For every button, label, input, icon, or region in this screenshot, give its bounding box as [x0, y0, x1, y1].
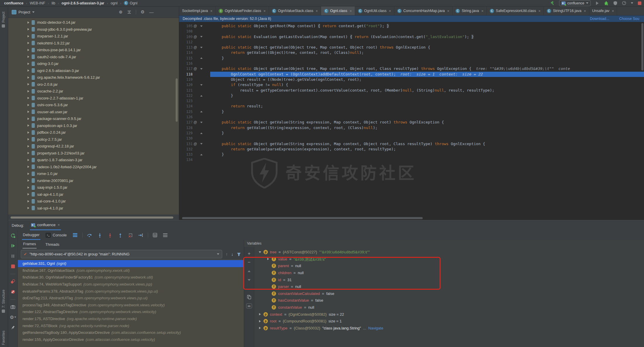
- variable-row[interactable]: fparser = null: [254, 283, 644, 290]
- pause-icon[interactable]: [10, 253, 16, 259]
- step-over-icon[interactable]: [86, 232, 93, 238]
- settings-gear-icon[interactable]: ⚙: [141, 9, 145, 15]
- stack-frame-row[interactable]: findValue:74, WebWorkTagSupport(com.open…: [18, 281, 244, 288]
- code-line[interactable]: 132 return getValue(parseExpression(expr…: [179, 147, 644, 152]
- fold-up-icon[interactable]: [200, 154, 203, 155]
- chevron-down-icon[interactable]: [258, 251, 261, 253]
- fold-down-icon[interactable]: [200, 68, 203, 70]
- chevron-right-icon[interactable]: [258, 320, 261, 322]
- thread-selector[interactable]: ✓ "http-nio-8090-exec-4"@50,042 in group…: [21, 250, 222, 258]
- evaluate-expression-icon[interactable]: [152, 232, 158, 238]
- stack-frame-row[interactable]: render:175, ASTDirective(org.apache.velo…: [18, 315, 244, 322]
- breadcrumb-item[interactable]: COgnl: [124, 1, 137, 5]
- layout-settings-icon[interactable]: [162, 232, 169, 238]
- chevron-right-icon[interactable]: [28, 111, 29, 113]
- force-step-into-icon[interactable]: [107, 232, 113, 238]
- debug-settings-icon[interactable]: ⚙: [10, 314, 16, 320]
- chevron-right-icon[interactable]: [28, 131, 29, 134]
- chevron-right-icon[interactable]: [28, 63, 29, 65]
- stack-frame-row[interactable]: getRenderedTagBody:180, ApplyDecoratorDi…: [18, 329, 244, 336]
- code-line[interactable]: 125 }: [179, 109, 644, 114]
- code-line[interactable]: 117@ public static Object getValue(Objec…: [179, 66, 644, 71]
- tree-item[interactable]: odmg-3.0.jar: [8, 60, 179, 67]
- add-watch-icon[interactable]: +: [244, 249, 254, 258]
- editor-tab[interactable]: IOgnlValueFinder.class×: [216, 6, 269, 15]
- fold-marker[interactable]: [198, 68, 205, 70]
- chevron-right-icon[interactable]: [28, 42, 29, 44]
- run-to-cursor-icon[interactable]: [138, 232, 144, 238]
- chevron-right-icon[interactable]: [28, 207, 29, 209]
- chevron-right-icon[interactable]: [28, 193, 29, 195]
- fold-up-icon[interactable]: [200, 95, 203, 97]
- tree-item[interactable]: org.apache.felix.framework-5.6.12.jar: [8, 74, 179, 81]
- code-line[interactable]: 122 }: [179, 93, 644, 98]
- code-line[interactable]: 128 return getValue((String)expression, …: [179, 125, 644, 130]
- watches-toggle-icon[interactable]: ∞: [244, 301, 254, 310]
- tree-item[interactable]: quartz-1.8.7-atlassian-3.jar: [8, 157, 179, 164]
- chevron-right-icon[interactable]: [28, 76, 29, 79]
- fold-marker[interactable]: [198, 111, 205, 112]
- project-title[interactable]: Project: [18, 10, 30, 14]
- project-horizontal-scrollbar[interactable]: [11, 217, 173, 219]
- editor-tab[interactable]: COgnlUtil.class×: [355, 6, 394, 15]
- fold-marker[interactable]: [198, 84, 205, 86]
- code-line[interactable]: 109@ public static Evaluation getLastEva…: [179, 34, 644, 39]
- debug-session-tab[interactable]: confluence ×: [30, 220, 61, 230]
- code-line[interactable]: 120 if (resultType != null) {: [179, 82, 644, 87]
- tree-item[interactable]: policy-2.7.5.jar: [8, 136, 179, 143]
- profiler-chevron-icon[interactable]: [631, 2, 633, 4]
- fold-down-icon[interactable]: [200, 47, 203, 48]
- thread-dump-icon[interactable]: [10, 304, 16, 310]
- tree-item[interactable]: oscache-2.2.jar: [8, 88, 179, 95]
- sidebar-item-favorites[interactable]: Favorites: [1, 331, 6, 345]
- remove-watch-icon[interactable]: −: [244, 258, 254, 267]
- profiler-icon[interactable]: [622, 1, 627, 6]
- editor-tab[interactable]: Unsafe.jav×: [589, 6, 617, 15]
- code-line[interactable]: 123: [179, 98, 644, 104]
- tree-item[interactable]: sal-core-4.1.0.jar: [8, 198, 179, 205]
- tree-item[interactable]: modz-detector-0.14.jar: [8, 19, 179, 26]
- tree-item[interactable]: oshi-core-5.3.6.jar: [8, 102, 179, 109]
- resume-icon[interactable]: [10, 243, 16, 249]
- tab-debugger[interactable]: Debugger: [22, 230, 40, 240]
- code-line-current[interactable]: 118 OgnlContext ognlContext = (OgnlConte…: [179, 72, 644, 77]
- chevron-right-icon[interactable]: [267, 258, 270, 260]
- chevron-right-icon[interactable]: [28, 179, 29, 182]
- breadcrumb-item[interactable]: lib: [52, 1, 55, 5]
- tab-threads[interactable]: Threads: [45, 240, 60, 249]
- tree-item[interactable]: oauth2-oidc-sdk-7.4.jar: [8, 54, 179, 61]
- editor-tab[interactable]: CStringUTF16.java×: [544, 6, 589, 15]
- close-icon[interactable]: ×: [538, 9, 541, 13]
- close-icon[interactable]: ×: [447, 9, 450, 13]
- variable-row[interactable]: fhasConstantValue = false: [254, 297, 644, 304]
- fold-down-icon[interactable]: [200, 143, 203, 145]
- tree-item[interactable]: oscore-2.2.7-atlassian-1.jar: [8, 95, 179, 102]
- code-line[interactable]: 127@ public static Object getValue(Strin…: [179, 120, 644, 125]
- fold-marker[interactable]: [198, 25, 205, 27]
- download-sources-link[interactable]: Download...: [590, 17, 609, 21]
- tab-console[interactable]: ›_ Console: [45, 230, 68, 240]
- code-line[interactable]: 119 Object result = ((Node)tree).getValu…: [179, 77, 644, 82]
- close-icon[interactable]: ×: [481, 9, 484, 13]
- scroll-up-icon[interactable]: [244, 267, 254, 276]
- fold-marker[interactable]: [198, 133, 205, 134]
- fold-marker[interactable]: [198, 95, 205, 97]
- tree-item[interactable]: rome-1.0.jar: [8, 170, 179, 177]
- close-icon[interactable]: ×: [584, 9, 586, 13]
- tree-item[interactable]: panopticon-api-1.0.3.jar: [8, 122, 179, 129]
- pin-icon[interactable]: [10, 324, 16, 331]
- stop-icon[interactable]: [10, 263, 16, 269]
- stack-frame-row[interactable]: render:122, AbstractTagDirective(com.ope…: [18, 308, 244, 315]
- close-icon[interactable]: ×: [210, 9, 213, 13]
- stack-frame-row[interactable]: render:155, ApplyDecoratorDirective(com.…: [18, 336, 244, 343]
- menu-icon[interactable]: [72, 232, 78, 238]
- chevron-right-icon[interactable]: [28, 28, 29, 30]
- variable-row[interactable]: fid = 31: [254, 276, 644, 283]
- variable-row[interactable]: fvalue = "&#39;测试&#39;\t": [254, 256, 644, 263]
- stop-icon[interactable]: [637, 1, 642, 6]
- tree-item[interactable]: propertyset-1.3-21Nov03.jar: [8, 150, 179, 157]
- chevron-right-icon[interactable]: [28, 21, 29, 24]
- editor-tab[interactable]: CString.java×: [453, 6, 487, 15]
- fold-down-icon[interactable]: [200, 84, 203, 86]
- breadcrumb-item[interactable]: confluence: [4, 1, 23, 5]
